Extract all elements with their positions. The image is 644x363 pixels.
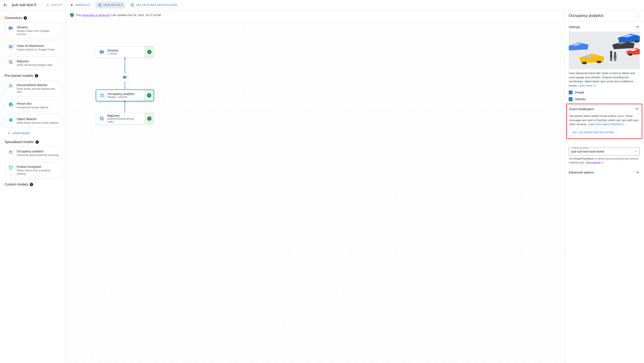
card-title: Vision AI Warehouse <box>17 44 55 48</box>
app-title: pub-sub-test-0 <box>12 3 36 7</box>
check-icon <box>147 93 151 98</box>
connector-streams[interactable]: Streams Stream video from multiple sourc… <box>5 22 62 39</box>
custom-heading: Custom models ? <box>5 183 62 186</box>
svg-point-23 <box>102 94 104 95</box>
settings-section: Settings <box>564 21 644 104</box>
help-icon[interactable]: ? <box>24 16 27 20</box>
people-checkbox-row[interactable]: People <box>569 91 640 94</box>
deployed-link[interactable]: application is deployed <box>82 14 110 17</box>
svg-rect-37 <box>615 59 616 61</box>
specialized-occupancy[interactable]: Occupancy analytics Advanced person/vehi… <box>5 146 62 160</box>
people-icon <box>99 92 105 98</box>
node-bigquery[interactable]: BigQuery projects/visionai-testing-stabl… <box>96 113 154 125</box>
card-subtitle: Detect items from a product catalog <box>17 169 59 175</box>
pretrained-person-blur[interactable]: Person blur Anonymize human figures <box>5 99 62 112</box>
pubsub-link[interactable]: Learn more about Pub/Sub <box>588 123 624 126</box>
card-title: Person blur <box>17 102 48 105</box>
vehicles-label: Vehicles <box>575 98 586 101</box>
set-up-event-label: SET UP EVENT NOTIFICATION <box>136 3 177 7</box>
warehouse-icon <box>8 44 13 49</box>
card-title: Person/vehicle detector <box>17 83 59 87</box>
see-example-link[interactable]: See example <box>586 161 604 164</box>
node-status <box>144 90 154 101</box>
undeploy-label: UNDEPLOY <box>75 3 90 7</box>
help-icon[interactable]: ? <box>35 74 38 78</box>
node-subtitle: projects/visionai-testing-stabl... <box>107 117 142 123</box>
advanced-heading: Advanced options <box>569 171 594 174</box>
event-notification-highlight: Event Notification Get alerted when cert… <box>566 104 642 139</box>
svg-point-16 <box>9 151 10 152</box>
object-icon <box>8 117 13 122</box>
pretrained-person-vehicle[interactable]: Person/vehicle detector Draw boxes aroun… <box>5 80 62 97</box>
pretrained-object-detector[interactable]: Object detector Draw boxes around known … <box>5 114 62 128</box>
svg-point-19 <box>124 77 125 78</box>
node-status <box>144 46 154 58</box>
people-icon <box>8 83 13 88</box>
illustration <box>569 32 640 70</box>
show-more-button[interactable]: SHOW MORE <box>5 130 62 137</box>
svg-point-21 <box>100 51 102 53</box>
undeploy-button[interactable]: UNDEPLOY <box>68 2 93 8</box>
node-occupancy-analytics[interactable]: Occupancy analytics People + vehicles <box>96 90 154 101</box>
svg-point-27 <box>596 61 602 63</box>
camera-node[interactable] <box>121 73 129 82</box>
people-label: People <box>575 91 584 94</box>
pretrained-heading: Pre-trained models ? <box>5 74 62 78</box>
connectors-heading: Connectors ? <box>5 16 62 20</box>
card-subtitle: Draw boxes around people and cars <box>17 87 59 94</box>
settings-toggle[interactable]: Settings <box>569 24 640 30</box>
canvas-area: This application is deployed. Last updat… <box>66 10 564 363</box>
help-icon[interactable]: ? <box>30 183 33 186</box>
svg-point-22 <box>100 94 102 95</box>
check-icon <box>147 50 152 54</box>
help-icon[interactable]: ? <box>36 140 39 144</box>
connector-bigquery[interactable]: BigQuery Store structured insights data <box>5 56 62 70</box>
connector-warehouse[interactable]: Vision AI Warehouse Assets stored on Goo… <box>5 41 62 54</box>
event-toggle[interactable]: Event Notification <box>569 106 639 112</box>
checkbox-checked-icon <box>569 97 572 101</box>
settings-description: Uses advanced inputs like zones or lines… <box>569 71 640 88</box>
svg-rect-34 <box>611 58 612 61</box>
deploy-button[interactable]: DEPLOY <box>44 2 65 8</box>
node-subtitle: 1 source <box>107 52 118 55</box>
back-button[interactable] <box>2 1 9 9</box>
bigquery-icon <box>99 116 105 122</box>
card-title: Object detector <box>17 117 59 121</box>
status-bar: This application is deployed. Last updat… <box>66 10 564 20</box>
svg-point-11 <box>9 84 10 86</box>
card-subtitle: Stream video from multiple sources <box>17 29 59 36</box>
specialized-heading: Specialized models ? <box>5 140 62 144</box>
chevron-up-icon <box>635 107 639 111</box>
advanced-toggle[interactable]: Advanced options <box>569 169 640 175</box>
set-up-event-button[interactable]: SET UP EVENT NOTIFICATION <box>128 2 180 9</box>
svg-rect-36 <box>614 59 615 61</box>
graph-canvas[interactable]: Streams 1 source Occupancy <box>66 20 564 363</box>
bigquery-icon <box>8 60 13 65</box>
learn-more-link[interactable]: Learn more <box>578 84 596 87</box>
postprocessing-hint: Use Cloud Functions to handle post-proce… <box>569 157 640 164</box>
details-panel: Occupancy analytics ⋮ Settings <box>564 10 644 363</box>
streams-icon <box>8 26 13 31</box>
svg-point-4 <box>133 4 134 4</box>
card-title: BigQuery <box>17 60 52 63</box>
svg-point-30 <box>628 54 632 56</box>
vehicles-checkbox-row[interactable]: Vehicles <box>569 97 640 101</box>
chevron-up-icon <box>636 25 640 29</box>
svg-point-8 <box>10 28 11 29</box>
event-heading: Event Notification <box>569 107 594 111</box>
svg-point-3 <box>131 4 132 4</box>
more-menu-button[interactable]: ⋮ <box>636 13 640 18</box>
svg-rect-0 <box>71 4 72 6</box>
setup-event-notification-button[interactable]: SET UP EVENT NOTIFICATION <box>569 129 617 136</box>
card-title: Product recognizer <box>17 165 59 168</box>
status-check-icon <box>70 13 74 17</box>
view-details-button[interactable]: VIEW DETAILS <box>96 2 126 9</box>
check-icon <box>147 117 152 121</box>
node-streams[interactable]: Streams 1 source <box>96 46 154 58</box>
specialized-product-recognizer[interactable]: Product recognizer Detect items from a p… <box>5 162 62 178</box>
svg-point-17 <box>11 151 12 152</box>
card-subtitle: Advanced person/vehicle counting <box>17 153 58 157</box>
chevron-up-icon <box>636 170 640 175</box>
card-subtitle: Anonymize human figures <box>17 106 48 109</box>
event-description: Get alerted when certain model events oc… <box>569 114 639 126</box>
